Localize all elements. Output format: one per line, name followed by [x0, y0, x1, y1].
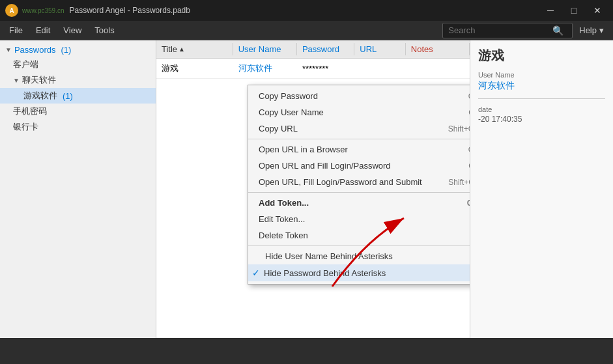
title-bar: A www.pc359.cn Password Angel - Password… [0, 0, 613, 21]
col-url-label: URL [360, 44, 377, 54]
col-notes-label: Notes [411, 44, 433, 54]
ctx-hide-password-label: Hide Password Behind Asterisks [264, 268, 386, 278]
col-header-url[interactable]: URL [354, 43, 406, 55]
menu-view[interactable]: View [57, 23, 88, 38]
sidebar-item-bank[interactable]: 银行卡 [0, 119, 156, 135]
ctx-hide-username[interactable]: Hide User Name Behind Asterisks [248, 248, 470, 264]
ctx-open-url-label: Open URL in a Browser [259, 145, 348, 154]
ctx-copy-url[interactable]: Copy URL Shift+Ctrl+U [248, 120, 470, 137]
ctx-open-submit[interactable]: Open URL, Fill Login/Password and Submit… [248, 174, 470, 190]
content-area: Title ▲ User Name Password URL Notes 游戏 … [156, 40, 470, 338]
menu-file[interactable]: File [3, 23, 29, 38]
rp-date-label: date [478, 105, 605, 113]
cell-username: 河东软件 [233, 61, 297, 76]
col-password-label: Password [302, 44, 339, 54]
search-icon: 🔍 [552, 25, 563, 36]
ctx-open-fill[interactable]: Open URL and Fill Login/Password Ctrl+V [248, 158, 470, 174]
menu-tools[interactable]: Tools [88, 23, 121, 38]
app-icon: A [5, 4, 18, 17]
sidebar-item-chat[interactable]: ▼ 聊天软件 [0, 72, 156, 88]
sidebar-bank-label: 银行卡 [13, 121, 38, 133]
rp-divider [478, 98, 605, 99]
sidebar-games-label: 游戏软件 [23, 90, 57, 102]
ctx-copy-password-label: Copy Password [259, 91, 318, 101]
sidebar-passwords-count: (1) [61, 45, 71, 55]
app-icon-label: A [9, 7, 14, 14]
ctx-add-token[interactable]: Add Token... Ctrl+N [248, 195, 470, 211]
rp-username-value: 河东软件 [478, 80, 605, 92]
help-label: Help [579, 25, 597, 35]
window-controls: ─ □ ✕ [540, 4, 608, 17]
ctx-copy-url-shortcut: Shift+Ctrl+U [448, 124, 470, 133]
col-header-username[interactable]: User Name [233, 43, 297, 55]
rp-username-label: User Name [478, 71, 605, 79]
sidebar-item-mobile[interactable]: 手机密码 [0, 104, 156, 119]
close-button[interactable]: ✕ [587, 4, 608, 17]
right-panel: 游戏 User Name 河东软件 date -20 17:40:35 [470, 40, 613, 338]
checkmark-icon: ✓ [252, 268, 260, 278]
ctx-add-token-label: Add Token... [259, 198, 309, 208]
window-title: Password Angel - Passwords.padb [69, 6, 540, 15]
main-area: ▼ Passwords (1) 客户端 ▼ 聊天软件 游戏软件 (1) 手机密码… [0, 40, 613, 338]
ctx-copy-username[interactable]: Copy User Name Ctrl+B [248, 104, 470, 120]
sort-icon: ▲ [178, 46, 185, 53]
search-input[interactable] [448, 25, 552, 35]
ctx-copy-username-label: Copy User Name [259, 107, 324, 117]
sidebar-item-clients[interactable]: 客户端 [0, 57, 156, 72]
cell-title: 游戏 [156, 61, 233, 76]
ctx-separator-1 [248, 139, 470, 139]
ctx-open-url[interactable]: Open URL in a Browser Ctrl+U [248, 141, 470, 158]
table-row[interactable]: 游戏 河东软件 ******** [156, 59, 470, 79]
col-header-title[interactable]: Title ▲ [156, 43, 233, 55]
right-panel-title: 游戏 [478, 47, 605, 64]
ctx-copy-url-label: Copy URL [259, 124, 298, 133]
sidebar-mobile-label: 手机密码 [13, 105, 47, 117]
cell-notes [406, 67, 470, 70]
sidebar-item-games[interactable]: 游戏软件 (1) [0, 88, 156, 104]
ctx-open-submit-shortcut: Shift+Ctrl+V [448, 178, 470, 187]
ctx-delete-token-label: Delete Token [259, 231, 308, 240]
sidebar-passwords-label: Passwords [14, 45, 56, 55]
maximize-button[interactable]: □ [563, 4, 584, 17]
menu-edit[interactable]: Edit [29, 23, 57, 38]
col-title-label: Title [162, 44, 177, 54]
table-header: Title ▲ User Name Password URL Notes [156, 40, 470, 59]
sidebar-clients-label: 客户端 [13, 59, 38, 70]
col-header-notes[interactable]: Notes [406, 43, 470, 55]
ctx-open-fill-label: Open URL and Fill Login/Password [259, 161, 391, 171]
table-body: 游戏 河东软件 ******** Copy Password Ctrl+C Co… [156, 59, 470, 338]
arrow-icon: ▼ [13, 77, 20, 84]
ctx-hide-username-label: Hide User Name Behind Asterisks [265, 251, 393, 261]
sidebar-chat-label: 聊天软件 [22, 74, 56, 86]
sidebar: ▼ Passwords (1) 客户端 ▼ 聊天软件 游戏软件 (1) 手机密码… [0, 40, 156, 338]
cell-password: ******** [297, 63, 354, 75]
watermark: www.pc359.cn [22, 7, 64, 14]
help-button[interactable]: Help ▾ [573, 23, 610, 38]
ctx-hide-password[interactable]: ✓ Hide Password Behind Asterisks [248, 264, 470, 281]
ctx-open-url-shortcut: Ctrl+U [468, 145, 470, 154]
ctx-copy-password-shortcut: Ctrl+C [468, 92, 470, 101]
menu-bar: File Edit View Tools 🔍 Help ▾ [0, 21, 613, 40]
cell-url [354, 67, 406, 70]
ctx-edit-token-label: Edit Token... [259, 214, 305, 224]
ctx-open-submit-label: Open URL, Fill Login/Password and Submit [259, 177, 422, 187]
ctx-hide-username-check [252, 251, 261, 261]
col-username-label: User Name [238, 44, 281, 54]
context-menu: Copy Password Ctrl+C Copy User Name Ctrl… [248, 85, 470, 285]
col-header-password[interactable]: Password [297, 43, 354, 55]
sidebar-games-count: (1) [63, 91, 73, 101]
ctx-open-fill-shortcut: Ctrl+V [468, 161, 470, 171]
ctx-edit-token[interactable]: Edit Token... [248, 211, 470, 227]
search-box: 🔍 [442, 23, 573, 38]
minimize-button[interactable]: ─ [540, 4, 561, 17]
ctx-copy-username-shortcut: Ctrl+B [468, 108, 470, 117]
ctx-add-token-shortcut: Ctrl+N [467, 199, 470, 208]
rp-date-value: -20 17:40:35 [478, 115, 605, 124]
arrow-icon: ▼ [5, 46, 12, 53]
ctx-separator-2 [248, 192, 470, 193]
ctx-copy-password[interactable]: Copy Password Ctrl+C [248, 88, 470, 104]
sidebar-item-passwords[interactable]: ▼ Passwords (1) [0, 43, 156, 57]
help-chevron-icon: ▾ [599, 25, 604, 35]
ctx-delete-token[interactable]: Delete Token [248, 227, 470, 244]
ctx-separator-3 [248, 245, 470, 246]
